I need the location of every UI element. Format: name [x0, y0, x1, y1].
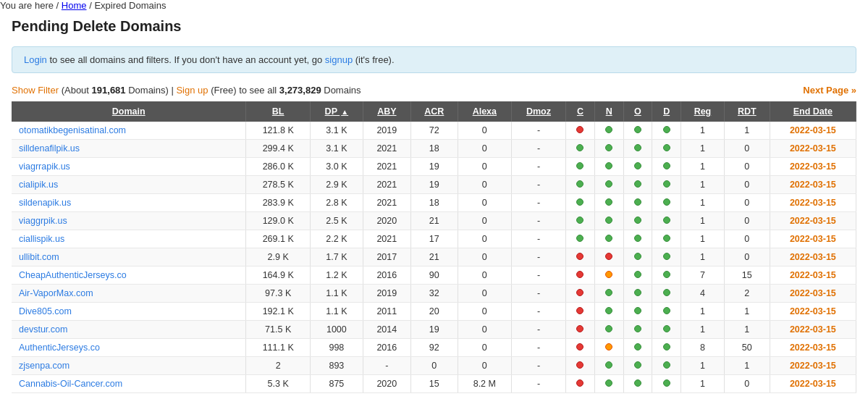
dp-cell: 2.9 K: [310, 176, 363, 194]
domain-link[interactable]: sildenapik.us: [19, 198, 71, 208]
col-d[interactable]: D: [652, 101, 681, 122]
status-dot: [663, 217, 670, 224]
bl-cell: 2.9 K: [246, 248, 310, 266]
rdt-cell: 0: [724, 248, 770, 266]
status-dot: [605, 162, 612, 169]
breadcrumb: You are here / Home / Expired Domains: [0, 0, 868, 11]
domain-link[interactable]: zjsenpa.com: [19, 361, 69, 371]
domain-link[interactable]: devstur.com: [19, 324, 67, 335]
col-end-date[interactable]: End Date: [770, 101, 856, 122]
domain-link[interactable]: silldenafilpik.us: [19, 143, 80, 154]
d-cell: [652, 248, 681, 266]
domain-cell: Dive805.com: [12, 303, 246, 321]
n-cell: [594, 303, 623, 321]
table-row: silldenafilpik.us 299.4 K 3.1 K 2021 18 …: [12, 140, 856, 158]
col-acr[interactable]: ACR: [410, 101, 458, 122]
breadcrumb-home[interactable]: Home: [62, 0, 87, 11]
reg-cell: 1: [681, 230, 725, 248]
domain-cell: Air-VaporMax.com: [12, 285, 246, 303]
col-reg[interactable]: Reg: [681, 101, 725, 122]
signup-link[interactable]: signup: [325, 54, 353, 65]
col-alexa[interactable]: Alexa: [458, 101, 511, 122]
dmoz-cell: -: [511, 140, 565, 158]
d-cell: [652, 158, 681, 176]
domain-link[interactable]: ullibit.com: [19, 252, 59, 262]
domain-cell: CheapAuthenticJerseys.co: [12, 266, 246, 285]
end-date-cell: 2022-03-15: [770, 303, 856, 321]
col-bl[interactable]: BL: [246, 101, 310, 122]
o-cell: [623, 339, 652, 357]
end-date-cell: 2022-03-15: [770, 339, 856, 357]
next-page-link[interactable]: Next Page »: [803, 85, 856, 96]
table-row: sildenapik.us 283.9 K 2.8 K 2021 18 0 - …: [12, 194, 856, 212]
status-dot: [663, 271, 670, 278]
domain-link[interactable]: Cannabis-Oil-Cancer.com: [19, 379, 122, 389]
reg-cell: 1: [681, 321, 725, 339]
status-dot: [605, 307, 612, 314]
n-cell: [594, 122, 623, 140]
d-cell: [652, 266, 681, 285]
domain-link[interactable]: viaggrpik.us: [19, 216, 67, 226]
end-date-cell: 2022-03-15: [770, 194, 856, 212]
col-dp[interactable]: DP ▲: [310, 101, 363, 122]
show-filter-link[interactable]: Show Filter: [12, 85, 59, 96]
col-rdt[interactable]: RDT: [724, 101, 770, 122]
page-title: Pending Delete Domains: [0, 11, 868, 41]
domain-link[interactable]: Air-VaporMax.com: [19, 288, 93, 298]
d-cell: [652, 303, 681, 321]
acr-cell: 18: [410, 140, 458, 158]
dp-cell: 3.1 K: [310, 140, 363, 158]
domain-link[interactable]: cialipik.us: [19, 180, 58, 190]
col-c[interactable]: C: [566, 101, 595, 122]
dmoz-cell: -: [511, 266, 565, 285]
status-dot: [576, 289, 583, 296]
c-cell: [566, 375, 595, 393]
table-wrapper: Domain BL DP ▲ ABY ACR Alexa Dmoz C N O …: [0, 101, 868, 405]
col-aby[interactable]: ABY: [363, 101, 410, 122]
dp-cell: 2.5 K: [310, 212, 363, 230]
status-dot: [605, 379, 612, 387]
table-row: otomatikbegenisatinal.com 121.8 K 3.1 K …: [12, 122, 856, 140]
col-n[interactable]: N: [594, 101, 623, 122]
reg-cell: 1: [681, 122, 725, 140]
domain-link[interactable]: Dive805.com: [19, 306, 72, 316]
o-cell: [623, 303, 652, 321]
reg-cell: 1: [681, 375, 725, 393]
status-dot: [576, 343, 583, 350]
acr-cell: 0: [410, 357, 458, 375]
acr-cell: 92: [410, 339, 458, 357]
col-dmoz[interactable]: Dmoz: [511, 101, 565, 122]
end-date-cell: 2022-03-15: [770, 212, 856, 230]
domain-link[interactable]: AuthenticJerseys.co: [19, 343, 100, 353]
status-dot: [605, 126, 612, 133]
end-date-cell: 2022-03-15: [770, 248, 856, 266]
domain-cell: silldenafilpik.us: [12, 140, 246, 158]
n-cell: [594, 194, 623, 212]
domain-link[interactable]: ciallispik.us: [19, 234, 64, 244]
domain-link[interactable]: CheapAuthenticJerseys.co: [19, 270, 127, 280]
status-dot: [634, 126, 641, 133]
acr-cell: 18: [410, 194, 458, 212]
alexa-cell: 0: [458, 140, 511, 158]
toolbar-signup-link[interactable]: Sign up: [176, 85, 208, 96]
domain-link[interactable]: otomatikbegenisatinal.com: [19, 125, 126, 135]
status-dot: [605, 289, 612, 296]
table-row: ullibit.com 2.9 K 1.7 K 2017 21 0 - 1 0 …: [12, 248, 856, 266]
dmoz-cell: -: [511, 303, 565, 321]
status-dot: [663, 289, 670, 296]
dp-cell: 1000: [310, 321, 363, 339]
status-dot: [634, 180, 641, 188]
domain-link[interactable]: viagrrapik.us: [19, 161, 70, 172]
d-cell: [652, 194, 681, 212]
status-dot: [576, 162, 583, 169]
alexa-cell: 0: [458, 285, 511, 303]
domain-cell: zjsenpa.com: [12, 357, 246, 375]
aby-cell: -: [363, 357, 410, 375]
status-dot: [634, 289, 641, 296]
dp-cell: 2.2 K: [310, 230, 363, 248]
login-link[interactable]: Login: [24, 54, 47, 65]
col-domain[interactable]: Domain: [12, 101, 246, 122]
dmoz-cell: -: [511, 375, 565, 393]
c-cell: [566, 158, 595, 176]
col-o[interactable]: O: [623, 101, 652, 122]
